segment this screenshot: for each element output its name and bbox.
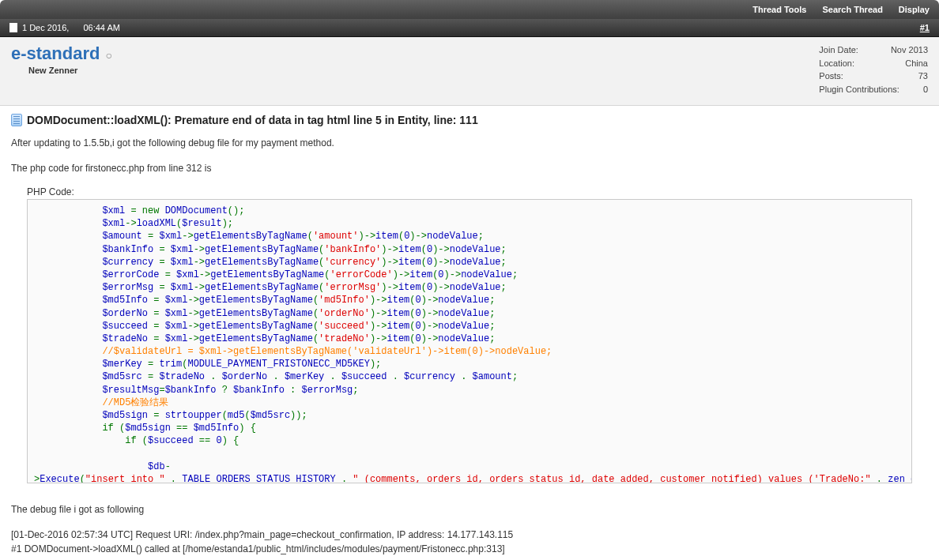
debug-line-2: #1 DOMDocument->loadXML() called at [/ho…: [11, 542, 928, 556]
post-time: 06:44 AM: [83, 23, 119, 32]
location-value: China: [905, 57, 928, 70]
username-link[interactable]: e-standard: [11, 43, 100, 63]
post-date: 1 Dec 2016,: [22, 23, 69, 32]
php-code-label: PHP Code:: [27, 186, 928, 197]
php-code-box[interactable]: $xml = new DOMDocument(); $xml->loadXML(…: [27, 199, 912, 483]
posts-value: 73: [918, 70, 928, 83]
debug-line-1: [01-Dec-2016 02:57:34 UTC] Request URI: …: [11, 528, 928, 542]
document-icon: [9, 23, 17, 32]
posts-label: Posts:: [819, 70, 843, 83]
search-thread-link[interactable]: Search Thread: [822, 5, 882, 14]
join-date-label: Join Date:: [819, 43, 858, 57]
display-link[interactable]: Display: [899, 5, 930, 14]
page-icon: [11, 114, 22, 126]
post-number-link[interactable]: #1: [920, 23, 930, 32]
debug-intro: The debug file i got as following: [11, 502, 928, 517]
post-paragraph-1: After updating to 1.5.5b,i got the follo…: [11, 136, 928, 150]
location-label: Location:: [819, 57, 854, 70]
plugin-label: Plugin Contributions:: [819, 83, 899, 96]
online-status-icon: ○: [106, 49, 112, 62]
user-title: New Zenner: [28, 66, 112, 75]
post-title: DOMDocument::loadXML(): Premature end of…: [27, 114, 478, 126]
thread-toolbar: Thread Tools Search Thread Display: [0, 0, 939, 19]
thread-tools-link[interactable]: Thread Tools: [752, 5, 806, 14]
join-date-value: Nov 2013: [891, 43, 928, 57]
post-header-bar: 1 Dec 2016, 06:44 AM #1: [0, 19, 939, 37]
plugin-value: 0: [923, 83, 928, 96]
post-paragraph-2: The php code for firstonecc.php from lin…: [11, 161, 928, 175]
user-info-bar: e-standard ○ New Zenner Join Date:Nov 20…: [0, 37, 939, 106]
post-body: DOMDocument::loadXML(): Premature end of…: [0, 106, 939, 560]
user-stats: Join Date:Nov 2013 Location:China Posts:…: [819, 43, 928, 96]
